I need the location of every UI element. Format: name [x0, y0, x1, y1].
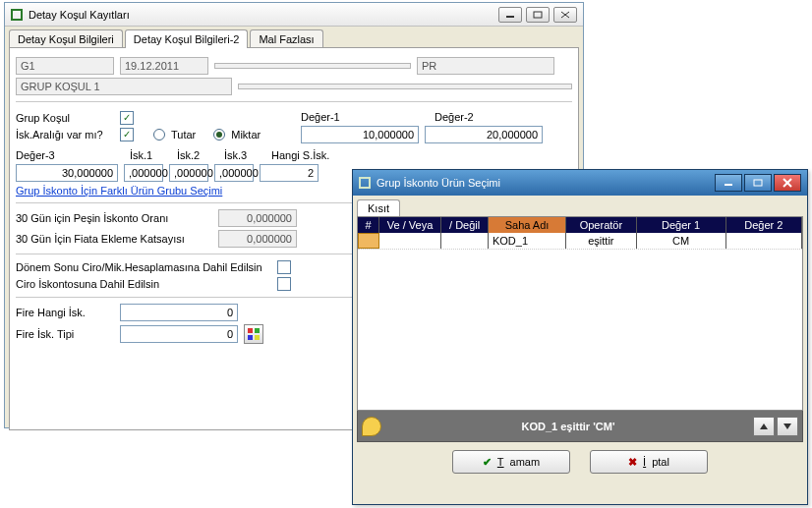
col-deger2[interactable]: Değer 2	[726, 217, 802, 233]
label-deger1: Değer-1	[301, 111, 429, 123]
input-isk2[interactable]: ,000000	[169, 164, 208, 182]
checkbox-ciro-isk[interactable]	[277, 277, 291, 291]
header-mid	[214, 63, 411, 69]
col-hash[interactable]: #	[358, 217, 379, 233]
input-isk3[interactable]: ,000000	[214, 164, 254, 182]
cancel-button[interactable]: ✖ İptal	[590, 450, 708, 474]
label-isk1: İsk.1	[130, 149, 171, 161]
grid-row[interactable]: KOD_1 eşittir CM	[358, 233, 802, 250]
cancel-label-initial: İ	[643, 456, 646, 468]
cell-degil[interactable]	[441, 233, 489, 249]
svg-rect-9	[754, 180, 762, 186]
dialog-minimize-button[interactable]	[715, 174, 742, 192]
svg-rect-7	[255, 335, 260, 340]
header-desc2	[238, 84, 572, 89]
label-fire-hangi: Fire Hangi İsk.	[16, 307, 114, 318]
label-hangi-sisk: Hangi S.İsk.	[271, 149, 340, 161]
header-date: 19.12.2011	[120, 57, 208, 75]
radio-miktar[interactable]	[213, 129, 225, 141]
maximize-button[interactable]	[526, 7, 550, 23]
row-selector-icon[interactable]	[358, 233, 379, 249]
cell-saha[interactable]: KOD_1	[489, 233, 566, 249]
input-fiata-ekleme: 0,000000	[218, 230, 297, 248]
subtab-kisit[interactable]: Kısıt	[357, 199, 400, 216]
label-fire-tipi: Fire İsk. Tipi	[16, 328, 114, 340]
svg-marker-12	[760, 423, 768, 429]
ok-label: amam	[510, 456, 541, 468]
fire-tipi-picker-button[interactable]	[244, 324, 263, 344]
label-deger3: Değer-3	[16, 149, 124, 161]
col-operator[interactable]: Operatör	[566, 217, 636, 233]
dialog-grup-iskonto-urun: Grup İskonto Ürün Seçimi Kısıt # Ve / Ve…	[352, 169, 808, 505]
label-fiata-ekleme: 30 Gün İçin Fiata Ekleme Katsayısı	[16, 233, 212, 245]
svg-rect-4	[248, 328, 253, 333]
header-right: PR	[417, 57, 554, 75]
label-miktar: Miktar	[231, 129, 261, 141]
dialog-title: Grup İskonto Ürün Seçimi	[377, 177, 500, 189]
input-deger3[interactable]: 30,000000	[16, 164, 118, 182]
label-isk2: İsk.2	[177, 149, 218, 161]
ok-label-initial: T	[497, 456, 504, 468]
prev-button[interactable]	[753, 417, 775, 436]
cell-op[interactable]: eşittir	[566, 233, 636, 249]
checkbox-grup-kosul[interactable]	[120, 111, 134, 125]
label-isk-araligi: İsk.Aralığı var mı?	[16, 129, 114, 141]
tab-detay-kosul-bilgileri-2[interactable]: Detay Koşul Bilgileri-2	[125, 29, 249, 48]
col-ve-veya[interactable]: Ve / Veya	[379, 217, 441, 233]
dialog-app-icon	[359, 177, 371, 189]
cancel-label: ptal	[652, 456, 669, 468]
col-saha-adi[interactable]: Saha Adı	[489, 217, 566, 233]
col-deger1[interactable]: Değer 1	[637, 217, 726, 233]
svg-marker-13	[783, 423, 791, 429]
cell-d1[interactable]: CM	[637, 233, 726, 249]
x-icon: ✖	[628, 456, 637, 469]
header-desc: GRUP KOŞUL 1	[16, 78, 232, 95]
label-tutar: Tutar	[171, 129, 196, 141]
cell-ve-veya[interactable]	[379, 233, 441, 249]
checkbox-isk-araligi[interactable]	[120, 128, 134, 141]
tab-mal-fazlasi[interactable]: Mal Fazlası	[250, 29, 322, 48]
tab-detay-kosul-bilgileri[interactable]: Detay Koşul Bilgileri	[9, 29, 123, 48]
dialog-statusbar: KOD_1 eşittir 'CM'	[357, 411, 803, 442]
search-icon[interactable]	[362, 417, 381, 436]
next-button[interactable]	[777, 417, 798, 436]
main-tabs: Detay Koşul Bilgileri Detay Koşul Bilgil…	[5, 27, 583, 47]
input-deger2[interactable]: 20,000000	[425, 126, 543, 143]
input-pesin-oran: 0,000000	[218, 209, 297, 227]
close-button[interactable]	[553, 7, 577, 23]
col-degil[interactable]: / Değil	[441, 217, 489, 233]
input-fire-hangi[interactable]: 0	[120, 304, 238, 321]
input-isk1[interactable]: ,000000	[124, 164, 163, 182]
check-icon: ✔	[483, 456, 492, 469]
dialog-titlebar[interactable]: Grup İskonto Ürün Seçimi	[353, 170, 807, 196]
cell-d2[interactable]	[726, 233, 802, 249]
svg-rect-6	[248, 335, 253, 340]
ok-button[interactable]: ✔ Tamam	[452, 450, 570, 474]
dialog-close-button[interactable]	[774, 174, 801, 192]
dialog-maximize-button[interactable]	[744, 174, 772, 192]
input-deger1[interactable]: 10,000000	[301, 126, 419, 143]
input-fire-tipi[interactable]: 0	[120, 325, 238, 343]
minimize-button[interactable]	[498, 7, 522, 23]
label-ciro-isk: Ciro İskontosuna Dahil Edilsin	[16, 278, 271, 290]
checkbox-donem-sonu[interactable]	[277, 260, 291, 274]
dialog-button-bar: ✔ Tamam ✖ İptal	[357, 442, 803, 481]
main-window-title: Detay Koşul Kayıtları	[29, 9, 130, 21]
input-hangi-sisk[interactable]: 2	[260, 164, 319, 182]
grid-header: # Ve / Veya / Değil Saha Adı Operatör De…	[358, 217, 802, 233]
svg-rect-5	[255, 328, 260, 333]
label-grup-kosul: Grup Koşul	[16, 112, 114, 124]
label-donem-sonu: Dönem Sonu Ciro/Mik.Hesaplamasına Dahil …	[16, 261, 271, 273]
label-deger2: Değer-2	[435, 111, 533, 123]
header-code: G1	[16, 57, 114, 75]
radio-tutar[interactable]	[153, 129, 165, 141]
main-titlebar[interactable]: Detay Koşul Kayıtları	[5, 3, 583, 27]
status-text: KOD_1 eşittir 'CM'	[385, 421, 751, 432]
label-pesin-oran: 30 Gün için Peşin İskonto Oranı	[16, 212, 212, 224]
app-icon	[11, 9, 23, 21]
link-grup-iskonto-urun[interactable]: Grup İskonto İçin Farklı Ürün Grubu Seçi…	[16, 185, 222, 197]
label-isk3: İsk.3	[224, 149, 265, 161]
svg-rect-1	[534, 12, 542, 18]
criteria-grid: # Ve / Veya / Değil Saha Adı Operatör De…	[357, 216, 803, 411]
